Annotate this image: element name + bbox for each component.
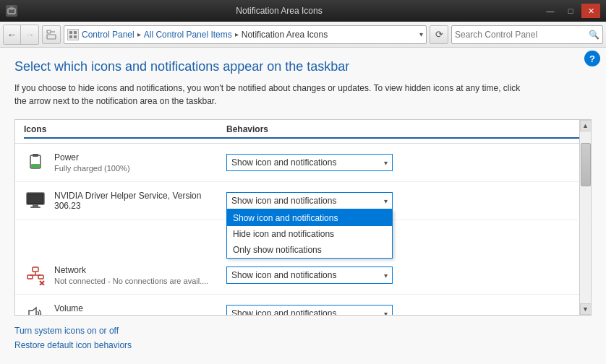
search-input[interactable] [455, 30, 589, 40]
titlebar-icon [6, 5, 17, 17]
close-button[interactable]: ✕ [581, 4, 600, 18]
network-dropdown[interactable]: Show icon and notifications ▾ [226, 266, 393, 284]
volume-icon [24, 302, 47, 315]
item-name-network: Network [54, 265, 208, 275]
svg-rect-3 [47, 35, 56, 39]
svg-rect-2 [47, 30, 51, 33]
header-icons: Icons [24, 124, 226, 139]
titlebar-controls: — □ ✕ [541, 4, 600, 18]
breadcrumb-current: Notification Area Icons [242, 30, 328, 40]
dropdown-option-hide[interactable]: Hide icon and notifications [227, 226, 392, 242]
table-row: NVIDIA Driver Helper Service, Version 30… [15, 182, 591, 220]
item-text-volume: Volume Speakers: 54% [54, 303, 108, 315]
content-area: Select which icons and notifications app… [0, 48, 606, 364]
item-text-nvidia-driver: NVIDIA Driver Helper Service, Version 30… [54, 191, 226, 211]
power-icon [24, 151, 47, 174]
network-dropdown-text: Show icon and notifications [231, 270, 384, 280]
behavior-network: Show icon and notifications ▾ [226, 266, 582, 284]
nvidia-driver-dropdown-arrow: ▾ [384, 197, 388, 205]
help-button[interactable]: ? [584, 51, 600, 66]
item-info-nvidia-driver: NVIDIA Driver Helper Service, Version 30… [24, 189, 226, 212]
breadcrumb-control-panel[interactable]: Control Panel [82, 30, 135, 40]
nvidia-driver-dropdown-container: Show icon and notifications ▾ Show icon … [226, 192, 393, 209]
minimize-button[interactable]: — [541, 4, 560, 18]
volume-dropdown-text: Show icon and notifications [231, 308, 384, 315]
item-text-network: Network Not connected - No connections a… [54, 265, 208, 285]
titlebar: Notification Area Icons — □ ✕ [0, 0, 606, 22]
address-bar[interactable]: Control Panel ▸ All Control Panel Items … [64, 25, 427, 44]
back-button[interactable]: ← [4, 25, 21, 44]
breadcrumb-all-items[interactable]: All Control Panel Items [144, 30, 232, 40]
dropdown-option-only[interactable]: Only show notifications [227, 242, 392, 258]
svg-rect-6 [74, 31, 77, 34]
main-content: Select which icons and notifications app… [0, 48, 606, 364]
power-dropdown-arrow: ▾ [384, 159, 388, 167]
svg-rect-10 [33, 154, 38, 157]
svg-rect-5 [69, 31, 72, 34]
power-dropdown-text: Show icon and notifications [231, 157, 384, 168]
svg-marker-24 [29, 308, 36, 315]
volume-dropdown[interactable]: Show icon and notifications ▾ [226, 305, 393, 315]
table-row: Power Fully charged (100%) Show icon and… [15, 144, 591, 182]
nvidia-driver-dropdown[interactable]: Show icon and notifications ▾ [226, 192, 393, 209]
icons-table: Icons Behaviors [14, 119, 592, 316]
bottom-links: Turn system icons on or off Restore defa… [14, 326, 592, 350]
item-text-power: Power Fully charged (100%) [54, 152, 130, 173]
svg-rect-15 [30, 207, 40, 208]
address-icon [67, 29, 79, 40]
svg-rect-11 [31, 164, 40, 168]
nvidia-driver-dropdown-menu: Show icon and notifications Hide icon an… [226, 209, 393, 259]
up-button[interactable] [42, 25, 61, 44]
behavior-nvidia-driver: Show icon and notifications ▾ Show icon … [226, 192, 582, 209]
item-info-volume: Volume Speakers: 54% [24, 302, 226, 315]
behavior-volume: Show icon and notifications ▾ [226, 305, 582, 315]
svg-rect-8 [74, 35, 77, 38]
table-header: Icons Behaviors [15, 120, 591, 144]
network-icon [24, 264, 47, 287]
breadcrumb: Control Panel ▸ All Control Panel Items … [82, 30, 418, 40]
item-info-network: Network Not connected - No connections a… [24, 264, 226, 287]
address-dropdown-arrow[interactable]: ▾ [419, 30, 423, 38]
monitor-icon [24, 189, 47, 212]
svg-rect-7 [69, 35, 72, 38]
scroll-up-arrow[interactable]: ▲ [580, 120, 592, 131]
volume-dropdown-arrow: ▾ [384, 310, 388, 316]
item-name-power: Power [54, 152, 130, 162]
scroll-down-arrow[interactable]: ▼ [580, 303, 592, 315]
maximize-button[interactable]: □ [561, 4, 580, 18]
dropdown-option-show[interactable]: Show icon and notifications [227, 210, 392, 226]
svg-rect-16 [33, 267, 38, 272]
table-row: Network Not connected - No connections a… [15, 256, 591, 295]
nav-back-forward: ← → [3, 25, 39, 45]
forward-button[interactable]: → [21, 25, 38, 44]
table-row: Volume Speakers: 54% Show icon and notif… [15, 295, 591, 315]
network-dropdown-arrow: ▾ [384, 272, 388, 280]
navbar: ← → Control Panel ▸ All Control Panel It… [0, 22, 606, 48]
svg-rect-13 [28, 194, 43, 203]
refresh-button[interactable]: ⟳ [430, 25, 448, 44]
table-scroll: Icons Behaviors [15, 120, 591, 315]
power-dropdown[interactable]: Show icon and notifications ▾ [226, 154, 393, 171]
item-sub-power: Fully charged (100%) [54, 164, 130, 173]
window-title: Notification Area Icons [17, 6, 541, 16]
item-info-power: Power Fully charged (100%) [24, 151, 226, 174]
restore-defaults-link[interactable]: Restore default icon behaviors [14, 340, 592, 350]
scrollbar-thumb[interactable] [581, 143, 591, 186]
item-sub-network: Not connected - No connections are avail… [54, 277, 208, 285]
header-behaviors: Behaviors [226, 124, 582, 139]
item-name-volume: Volume [54, 303, 108, 313]
nvidia-driver-dropdown-text: Show icon and notifications [231, 196, 384, 206]
behavior-power: Show icon and notifications ▾ [226, 154, 582, 171]
search-icon[interactable]: 🔍 [589, 30, 599, 40]
turn-system-icons-link[interactable]: Turn system icons on or off [14, 326, 592, 336]
page-title: Select which icons and notifications app… [14, 59, 592, 74]
svg-rect-14 [33, 204, 38, 207]
item-name-nvidia-driver: NVIDIA Driver Helper Service, Version 30… [54, 191, 226, 211]
search-bar[interactable]: 🔍 [451, 25, 603, 44]
page-description: If you choose to hide icons and notifica… [14, 82, 521, 108]
